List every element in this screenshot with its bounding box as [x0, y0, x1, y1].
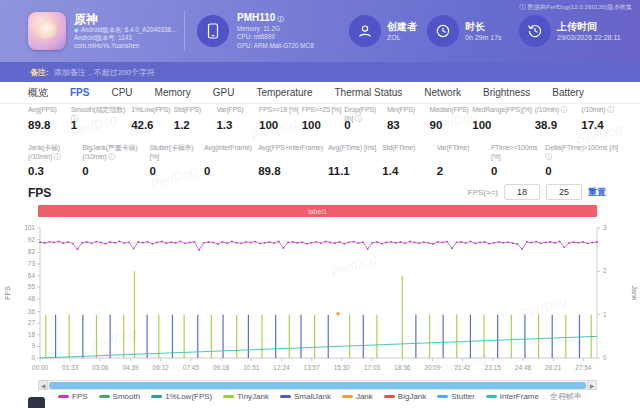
phone-icon	[197, 15, 229, 47]
tab-thermal-status[interactable]: Thermal Status	[335, 82, 403, 103]
svg-text:3: 3	[603, 224, 607, 231]
floating-widget[interactable]	[28, 397, 45, 408]
legend-item-InterFrame[interactable]: InterFrame	[486, 391, 539, 402]
stat-value: 1.2	[174, 119, 214, 131]
stat-value: 0	[344, 119, 384, 131]
stat-cell: Delta(FTime)>100ms [/h] ⓘ0	[545, 144, 628, 177]
fps-threshold-input-2[interactable]	[546, 184, 582, 200]
stat-value: 100	[302, 119, 342, 131]
legend-swatch	[486, 395, 497, 398]
legend-item-SmallJank[interactable]: SmallJank	[280, 391, 331, 402]
note-placeholder[interactable]: 添加备注，不超过200个字符	[54, 67, 155, 78]
tab-memory[interactable]: Memory	[155, 82, 191, 103]
stat-label: Std(FPS)	[174, 106, 214, 116]
svg-text:46: 46	[28, 295, 36, 302]
stat-cell: Median(FPS)90	[430, 106, 473, 131]
fps-stats-row-1: Avg(FPS)89.8Smooth(稳定指数) ⓘ11%Low(FPS)42.…	[28, 106, 628, 131]
stat-cell: FPS>=18 [%]100	[259, 106, 302, 131]
tab-概览[interactable]: 概览	[28, 82, 48, 103]
fps-threshold-input-1[interactable]	[504, 184, 540, 200]
legend-item-FPS[interactable]: FPS	[58, 391, 88, 402]
svg-text:09:18: 09:18	[213, 364, 230, 371]
svg-text:9: 9	[31, 342, 35, 349]
stat-cell: Min(FPS)83	[387, 106, 430, 131]
svg-text:0: 0	[603, 354, 607, 361]
game-title: 原神	[74, 12, 178, 26]
game-section: 原神 ◆Android版本名: 6.4.0_A2040338_A2... And…	[28, 12, 178, 50]
svg-text:64: 64	[28, 272, 36, 279]
note-bar[interactable]: 备注: 添加备注，不超过200个字符	[0, 62, 640, 82]
stat-value: 0	[82, 165, 146, 177]
svg-text:18: 18	[28, 331, 36, 338]
scrollbar-thumb[interactable]	[49, 382, 586, 389]
legend-item-Stutter[interactable]: Stutter	[437, 391, 475, 402]
legend-item-BigJank[interactable]: BigJank	[384, 391, 426, 402]
stat-label: Smooth(稳定指数) ⓘ	[71, 106, 128, 116]
info-icon: ⓘ	[519, 3, 526, 10]
person-icon	[349, 15, 381, 47]
tab-battery[interactable]: Battery	[552, 82, 584, 103]
legend-item-全程帧率[interactable]: 全程帧率	[550, 391, 582, 402]
device-info-icon[interactable]: ⓘ	[277, 15, 284, 22]
stat-label: MedRange(FPS)[%]	[472, 106, 531, 116]
tab-brightness[interactable]: Brightness	[483, 82, 530, 103]
stat-label: Jank(卡顿) (/10min) ⓘ	[28, 144, 79, 162]
stat-label: Avg(InterFrame)	[204, 144, 255, 162]
legend-item-TinyJank[interactable]: TinyJank	[223, 391, 269, 402]
stat-value: 42.6	[131, 119, 171, 131]
tab-gpu[interactable]: GPU	[213, 82, 235, 103]
perfdog-version-note: ⓘ 数据由PerfDog(12.0.260136)版本收集	[517, 3, 632, 12]
svg-text:101: 101	[24, 224, 35, 231]
label-region-bar[interactable]: label1	[38, 205, 597, 217]
stat-value: 38.9	[535, 119, 579, 131]
svg-text:73: 73	[28, 260, 36, 267]
stat-cell: Avg(FPS+InterFrame)89.8	[258, 144, 328, 177]
stat-cell: Var(FTime)2	[437, 144, 491, 177]
stat-cell: FPS>=25 [%]100	[302, 106, 345, 131]
legend-item-Smooth[interactable]: Smooth	[99, 391, 141, 402]
scrollbar-left-arrow[interactable]: ◀	[38, 380, 48, 390]
device-name: PMH110ⓘ	[237, 12, 349, 25]
device-memory: Memory: 11.2G	[237, 25, 349, 34]
stat-cell: (/10min) ⓘ38.9	[535, 106, 582, 131]
svg-text:21:42: 21:42	[454, 364, 471, 371]
legend-item-Jank[interactable]: Jank	[342, 391, 373, 402]
stat-cell: Std(FPS)1.2	[174, 106, 217, 131]
svg-text:2: 2	[603, 267, 607, 274]
stat-value: 2	[437, 165, 488, 177]
stat-value: 1	[71, 119, 128, 131]
stat-label: BigJank(严重卡顿) (/10min) ⓘ	[82, 144, 146, 162]
svg-text:00:00: 00:00	[32, 364, 49, 371]
stat-cell: (/10min) ⓘ17.4	[581, 106, 628, 131]
svg-text:10:51: 10:51	[243, 364, 260, 371]
clock-icon	[427, 15, 459, 47]
history-icon	[519, 15, 551, 47]
upload-label: 上传时间	[557, 20, 621, 33]
svg-text:03:06: 03:06	[92, 364, 109, 371]
svg-text:55: 55	[28, 283, 36, 290]
stat-cell: MedRange(FPS)[%]100	[472, 106, 534, 131]
stat-label: (/10min) ⓘ	[535, 106, 579, 116]
stat-value: 0	[204, 165, 255, 177]
fps-chart[interactable]: 09182736465564738292101012300:0001:3303:…	[0, 218, 640, 380]
reset-button[interactable]: 重置	[588, 186, 606, 199]
stat-cell: 1%Low(FPS)42.6	[131, 106, 174, 131]
stat-label: Var(FPS)	[216, 106, 256, 116]
stat-label: (/10min) ⓘ	[581, 106, 625, 116]
stat-value: 0	[150, 165, 201, 177]
tab-fps[interactable]: FPS	[70, 82, 89, 103]
tab-network[interactable]: Network	[424, 82, 461, 103]
tab-temperature[interactable]: Temperature	[256, 82, 312, 103]
svg-text:82: 82	[28, 248, 36, 255]
device-gpu: GPU: ARM Mali-G720 MC8	[237, 42, 349, 51]
tab-cpu[interactable]: CPU	[111, 82, 132, 103]
fps-section-title: FPS	[28, 186, 51, 200]
creator-section: 创建者 ZOL	[349, 15, 427, 47]
scrollbar-right-arrow[interactable]: ▶	[587, 380, 597, 390]
fps-threshold-controls: FPS(>=) 重置	[468, 184, 606, 200]
legend-swatch	[58, 395, 69, 398]
fps-threshold-label: FPS(>=)	[468, 188, 498, 197]
scrollbar-track[interactable]	[48, 380, 587, 390]
label-region-text: label1	[308, 208, 327, 215]
legend-item-1%Low(FPS)[interactable]: 1%Low(FPS)	[151, 391, 212, 402]
